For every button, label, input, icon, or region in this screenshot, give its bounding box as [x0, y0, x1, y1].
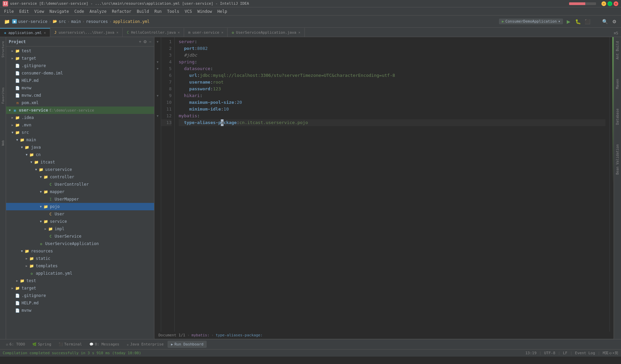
tree-item-test[interactable]: ▶ 📁 test — [6, 47, 154, 55]
right-tab-database[interactable]: Database — [615, 106, 620, 127]
tab-close[interactable]: × — [298, 31, 300, 34]
menu-build[interactable]: Build — [134, 8, 152, 14]
status-encoding[interactable]: UTF-8 — [544, 351, 555, 355]
status-position[interactable]: 13:19 — [525, 351, 536, 355]
tree-item-cn[interactable]: ▼ 📁 cn — [6, 151, 154, 158]
menu-navigate[interactable]: Navigate — [47, 8, 72, 14]
project-minimize-btn[interactable]: − — [149, 39, 151, 44]
menu-file[interactable]: File — [1, 8, 17, 14]
menu-window[interactable]: Window — [195, 8, 214, 14]
tree-item-itcast[interactable]: ▼ 📁 itcast — [6, 158, 154, 166]
tree-item-application-yml[interactable]: ✿ application.yml — [6, 270, 154, 277]
tab-close[interactable]: × — [44, 31, 46, 35]
sidebar-web-label[interactable]: Web — [0, 139, 6, 147]
run-config-selector[interactable]: ▶ ConsumerDemoApplication ▾ — [499, 19, 563, 24]
menu-code[interactable]: Code — [72, 8, 87, 14]
tree-item-mvnw-cmd[interactable]: 📄 mvnw.cmd — [6, 92, 154, 99]
menu-edit[interactable]: Edit — [17, 8, 32, 14]
close-button[interactable]: × — [614, 1, 618, 6]
tree-item-gitignore-2[interactable]: 📄 .gitignore — [6, 292, 154, 299]
tree-item-pojo[interactable]: ▼ 📁 pojo — [6, 203, 154, 210]
menu-tools[interactable]: Tools — [165, 8, 182, 14]
tree-item-mvn[interactable]: ▶ 📁 .mvn — [6, 121, 154, 129]
tree-item-controller[interactable]: ▼ 📁 controller — [6, 173, 154, 181]
breadcrumb-module[interactable]: user-service — [18, 19, 48, 24]
tab-close[interactable]: × — [221, 31, 223, 34]
menu-view[interactable]: View — [32, 8, 47, 14]
right-tab-maven[interactable]: Maven — [615, 76, 620, 92]
tree-item-target-2[interactable]: ▶ 📁 target — [6, 284, 154, 292]
tree-item-helpmd-root[interactable]: 📄 HELP.md — [6, 77, 154, 84]
sidebar-structure-label[interactable]: Structure — [0, 40, 6, 59]
code-content[interactable]: server: port: 8082 #jdbc spring: datasou… — [175, 37, 610, 332]
tab-application-yml[interactable]: ◈ application.yml × — [0, 28, 50, 37]
stop-button[interactable]: ⬛ — [583, 18, 591, 26]
tree-item-target[interactable]: ▶ 📁 target — [6, 55, 154, 62]
minimize-button[interactable]: − — [601, 1, 606, 6]
bottom-tab-todo[interactable]: ☑ 6: TODO — [3, 341, 28, 348]
tree-item-helpmd-2[interactable]: 📄 HELP.md — [6, 299, 154, 307]
menu-vcs[interactable]: VCS — [182, 8, 195, 14]
tree-item-mapper[interactable]: ▼ 📁 mapper — [6, 188, 154, 195]
tree-item-service[interactable]: ▼ 📁 service — [6, 218, 154, 225]
tab-count[interactable]: ≡5 — [611, 30, 621, 37]
bottom-tab-java-enterprise[interactable]: ☕ Java Enterprise — [123, 341, 167, 348]
tree-item-iml[interactable]: 📄 consumer-demo.iml — [6, 69, 154, 77]
right-tab-bean-validation[interactable]: Bean Validation — [615, 142, 620, 177]
bottom-tab-messages[interactable]: 💬 0: Messages — [86, 341, 123, 348]
status-lang[interactable]: M英ゃ•简 — [603, 351, 618, 356]
status-line-sep[interactable]: LF — [563, 351, 567, 355]
run-button[interactable]: ▶ — [564, 18, 572, 26]
tree-item-userservice[interactable]: ▼ 📁 userservice — [6, 166, 154, 173]
menu-refactor[interactable]: Refactor — [109, 8, 134, 14]
menu-run[interactable]: Run — [152, 8, 165, 14]
tree-item-test-2[interactable]: ▶ 📁 test — [6, 277, 154, 284]
messages-icon: 💬 — [89, 342, 93, 346]
breadcrumb-src[interactable]: src — [59, 19, 66, 24]
tree-item-resources[interactable]: ▼ 📁 resources — [6, 247, 154, 255]
bottom-tab-run-dashboard[interactable]: ▶ Run Dashboard — [168, 341, 207, 348]
yaml-key-server: server — [179, 38, 195, 45]
breadcrumb-main[interactable]: main — [71, 19, 81, 24]
menu-analyze[interactable]: Analyze — [87, 8, 109, 14]
tab-close[interactable]: × — [116, 31, 118, 34]
status-event-log[interactable]: Event Log — [575, 351, 595, 355]
tree-item-static[interactable]: ▶ 📁 static — [6, 255, 154, 262]
tree-item-user[interactable]: C User — [6, 210, 154, 218]
tree-item-src[interactable]: ▼ 📁 src — [6, 129, 154, 136]
maximize-button[interactable]: □ — [608, 1, 612, 6]
bottom-tab-spring[interactable]: 🌿 Spring — [29, 341, 55, 348]
tree-item-user-mapper[interactable]: I UserMapper — [6, 195, 154, 203]
project-add-btn[interactable]: + — [139, 39, 141, 44]
tree-item-main[interactable]: ▼ 📁 main — [6, 136, 154, 144]
tab-user-service-app[interactable]: ✿ UserServiceApplication.java × — [228, 28, 304, 37]
git-icon: 📄 — [15, 63, 20, 68]
bottom-tab-terminal[interactable]: ⬛ Terminal — [55, 341, 85, 348]
settings-button[interactable]: ⚙ — [610, 18, 618, 26]
project-gear-btn[interactable]: ⚙ — [143, 39, 147, 44]
tab-user-service-module[interactable]: m user-service × — [184, 28, 228, 37]
toolbar-folder-btn[interactable]: 📁 — [3, 18, 11, 26]
tree-item-user-controller[interactable]: C UserController — [6, 181, 154, 188]
sidebar-favorites-label[interactable]: Favorites — [0, 86, 6, 105]
breadcrumb-resources[interactable]: resources — [86, 19, 108, 24]
tree-item-idea[interactable]: ▶ 📁 .idea — [6, 114, 154, 121]
tab-hello-controller[interactable]: C HelloController.java × — [123, 28, 184, 37]
tree-item-impl[interactable]: ▶ 📁 impl — [6, 225, 154, 233]
debug-button[interactable]: 🐛 — [574, 18, 582, 26]
tab-user-java[interactable]: J userservice\...\User.java × — [50, 28, 123, 37]
tree-item-user-service-app[interactable]: ✿ UserServiceApplication — [6, 240, 154, 247]
tree-item-templates[interactable]: ▶ 📁 templates — [6, 262, 154, 270]
tree-item-gitignore-root[interactable]: 📄 .gitignore — [6, 62, 154, 69]
tree-item-java[interactable]: ▼ 📁 java — [6, 144, 154, 151]
tree-item-pom[interactable]: m pom.xml — [6, 99, 154, 107]
breadcrumb-file[interactable]: application.yml — [113, 19, 149, 24]
tab-close[interactable]: × — [178, 31, 180, 34]
tree-item-user-service-module[interactable]: ▼ ▣ user-service E:\demo\user-service — [6, 107, 154, 114]
search-button[interactable]: 🔍 — [601, 18, 609, 26]
tree-item-user-service-class[interactable]: C UserService — [6, 233, 154, 240]
right-tab-ant-build[interactable]: Ant Build — [615, 38, 620, 62]
tree-item-mvnw[interactable]: 📄 mvnw — [6, 84, 154, 92]
menu-help[interactable]: Help — [215, 8, 230, 14]
tree-item-mvnw-2[interactable]: 📄 mvnw — [6, 307, 154, 314]
